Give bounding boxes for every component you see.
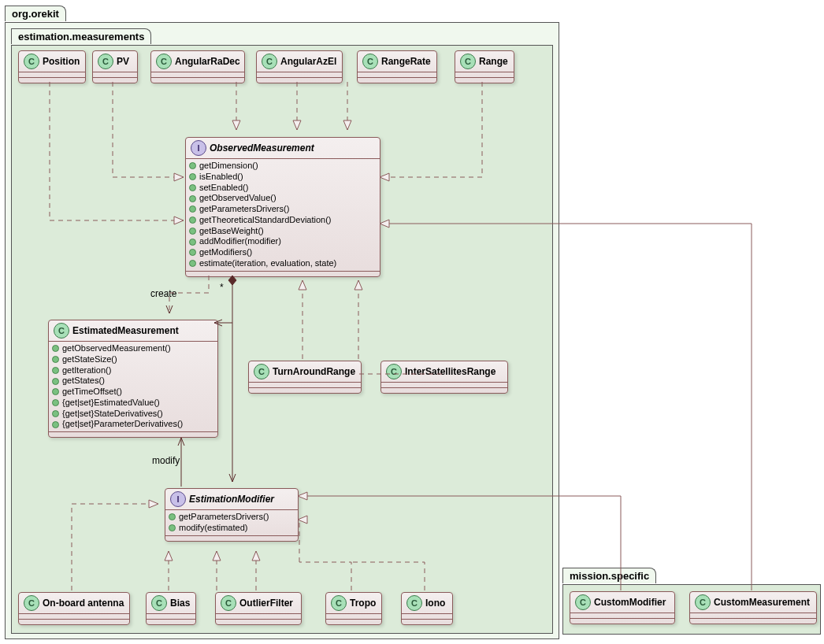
- class-estimated-measurement: C EstimatedMeasurement getObservedMeasur…: [48, 320, 218, 438]
- class-iono: C Iono: [401, 592, 453, 625]
- class-name: EstimatedMeasurement: [72, 325, 179, 336]
- class-badge: C: [460, 54, 476, 69]
- label-create-mult: *: [220, 282, 224, 293]
- class-angular-azel: C AngularAzEl: [256, 50, 343, 83]
- class-name: Iono: [425, 598, 445, 609]
- class-custom-measurement: C CustomMeasurement: [689, 591, 817, 624]
- class-name: InterSatellitesRange: [405, 366, 496, 377]
- interface-estimation-modifier: I EstimationModifier getParametersDriver…: [165, 488, 299, 542]
- class-tropo: C Tropo: [325, 592, 382, 625]
- interface-name: EstimationModifier: [189, 494, 274, 505]
- class-name: CustomModifier: [594, 597, 666, 608]
- class-custom-modifier: C CustomModifier: [570, 591, 675, 624]
- class-bias: C Bias: [146, 592, 196, 625]
- class-name: AngularAzEl: [280, 56, 336, 67]
- class-angular-radec: C AngularRaDec: [150, 50, 245, 83]
- class-badge: C: [331, 595, 347, 611]
- package-tab-mission: mission.specific: [562, 568, 656, 583]
- estimated-measurement-methods: getObservedMeasurement() getStateSize() …: [49, 342, 217, 431]
- class-name: AngularRaDec: [175, 56, 240, 67]
- interface-badge: I: [170, 491, 186, 507]
- class-badge: C: [695, 594, 711, 610]
- class-badge: C: [406, 595, 422, 611]
- class-name: Tropo: [350, 598, 376, 609]
- class-position: C Position: [18, 50, 86, 83]
- class-name: Position: [43, 56, 80, 67]
- class-inter-satellites-range: C InterSatellitesRange: [380, 361, 508, 394]
- class-badge: C: [386, 364, 402, 379]
- class-on-board-antenna: C On-board antenna: [18, 592, 130, 625]
- class-badge: C: [156, 54, 172, 69]
- class-badge: C: [24, 54, 39, 69]
- observed-measurement-methods: getDimension() isEnabled() setEnabled() …: [186, 159, 380, 271]
- estimation-modifier-methods: getParametersDrivers() modify(estimated): [165, 510, 298, 535]
- class-name: TurnAroundRange: [273, 366, 355, 377]
- class-name: OutlierFilter: [239, 598, 293, 609]
- class-badge: C: [221, 595, 236, 611]
- class-range-rate: C RangeRate: [357, 50, 437, 83]
- package-tab-outer: org.orekit: [5, 6, 66, 21]
- class-badge: C: [575, 594, 591, 610]
- label-create: create: [150, 288, 176, 299]
- class-badge: C: [362, 54, 378, 69]
- class-name: Range: [479, 56, 508, 67]
- class-badge: C: [54, 323, 69, 339]
- package-tab-inner: estimation.measurements: [11, 28, 151, 44]
- class-name: RangeRate: [381, 56, 431, 67]
- interface-observed-measurement: I ObservedMeasurement getDimension() isE…: [185, 137, 380, 277]
- class-outlier-filter: C OutlierFilter: [215, 592, 302, 625]
- class-badge: C: [24, 595, 39, 611]
- class-pv: C PV: [92, 50, 138, 83]
- class-name: Bias: [170, 598, 190, 609]
- class-badge: C: [254, 364, 269, 379]
- interface-badge: I: [191, 140, 206, 156]
- class-badge: C: [98, 54, 113, 69]
- class-name: On-board antenna: [43, 598, 124, 609]
- package-org-orekit: org.orekit estimation.measurements C Pos…: [5, 22, 559, 639]
- class-turn-around-range: C TurnAroundRange: [248, 361, 362, 394]
- label-modify: modify: [152, 455, 180, 466]
- interface-name: ObservedMeasurement: [210, 142, 314, 154]
- class-badge: C: [151, 595, 167, 611]
- class-name: PV: [117, 56, 129, 67]
- package-estimation-measurements: estimation.measurements C Position C PV …: [11, 45, 553, 634]
- class-range: C Range: [455, 50, 514, 83]
- class-name: CustomMeasurement: [714, 597, 810, 608]
- class-badge: C: [262, 54, 277, 69]
- package-mission-specific: mission.specific C CustomModifier C Cust…: [562, 584, 821, 635]
